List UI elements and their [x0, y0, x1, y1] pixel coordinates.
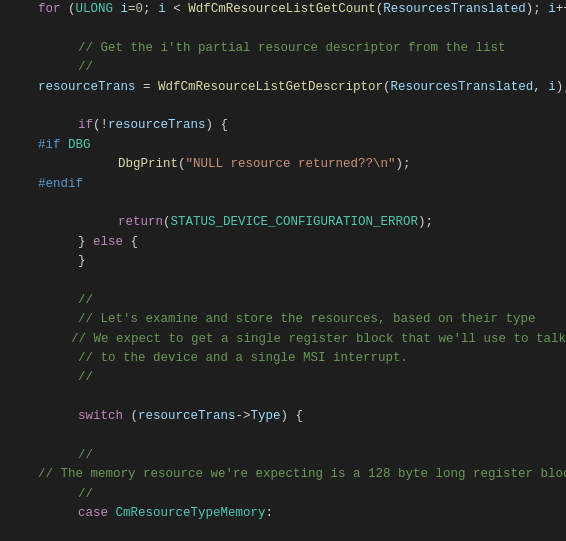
code-line: case CmResourceTypeMemory:	[38, 504, 566, 523]
code-line: resourceTrans = WdfCmResourceListGetDesc…	[38, 78, 566, 97]
code-line: // Let's examine and store the resources…	[38, 310, 566, 329]
code-line	[38, 524, 566, 541]
code-line	[38, 19, 566, 38]
code-line-preproc: #if DBG	[38, 136, 566, 155]
code-line: // We expect to get a single register bl…	[38, 330, 566, 349]
code-editor: for (ULONG i=0; i < WdfCmResourceListGet…	[0, 0, 566, 541]
code-content: for (ULONG i=0; i < WdfCmResourceListGet…	[30, 0, 566, 541]
code-line: //	[38, 368, 566, 387]
code-line: switch (resourceTrans->Type) {	[38, 407, 566, 426]
code-line	[38, 388, 566, 407]
code-line: return(STATUS_DEVICE_CONFIGURATION_ERROR…	[38, 213, 566, 232]
code-line: if(!resourceTrans) {	[38, 116, 566, 135]
code-line-preproc: #endif	[38, 175, 566, 194]
code-line: // to the device and a single MSI interr…	[38, 349, 566, 368]
code-line	[38, 194, 566, 213]
code-line: } else {	[38, 233, 566, 252]
code-line: //	[38, 291, 566, 310]
line-numbers	[0, 0, 30, 541]
code-line: // Get the i'th partial resource descrip…	[38, 39, 566, 58]
code-line	[38, 427, 566, 446]
code-line: // The memory resource we're expecting i…	[38, 465, 566, 484]
code-line: for (ULONG i=0; i < WdfCmResourceListGet…	[38, 0, 566, 19]
code-line: DbgPrint("NULL resource returned??\n");	[38, 155, 566, 174]
code-line: //	[38, 446, 566, 465]
code-line: //	[38, 58, 566, 77]
code-line: //	[38, 485, 566, 504]
code-line	[38, 97, 566, 116]
code-line: }	[38, 252, 566, 271]
code-line	[38, 271, 566, 290]
